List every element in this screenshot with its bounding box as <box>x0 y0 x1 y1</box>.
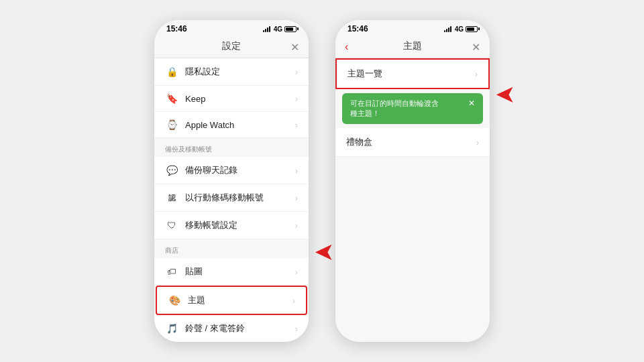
close-button-right[interactable]: ✕ <box>472 41 480 54</box>
gift-box-label: 禮物盒 <box>346 136 476 148</box>
ringtone-label: 鈴聲 / 來電答鈴 <box>185 322 295 335</box>
qr-label: 以行動條碼移動帳號 <box>185 192 295 204</box>
keep-label: Keep <box>185 94 295 104</box>
privacy-label: 隱私設定 <box>185 66 295 78</box>
item-qr-transfer[interactable]: 認 以行動條碼移動帳號 › <box>154 184 309 212</box>
qr-chevron: › <box>295 193 298 203</box>
move-account-icon: 🛡 <box>165 220 178 231</box>
apple-watch-icon: ⌚ <box>165 119 178 130</box>
theme-chevron: › <box>292 296 295 306</box>
toast-notification: 可在目訂的時間自動輪渡含種主題！ ✕ <box>342 93 483 124</box>
ringtone-icon: 🎵 <box>165 323 178 334</box>
status-bar-right: 15:46 4G <box>335 20 490 36</box>
keep-chevron: › <box>295 94 298 104</box>
close-button-left[interactable]: ✕ <box>290 41 299 54</box>
settings-list: 🔒 隱私設定 › 🔖 Keep › ⌚ Apple Watch › 備份及移動帳… <box>154 58 309 342</box>
move-account-chevron: › <box>295 221 298 231</box>
phone-right: 15:46 4G ‹ 主題 ✕ 主題一覽 <box>335 20 490 342</box>
shop-section-label: 商店 <box>154 239 309 258</box>
item-ringtone[interactable]: 🎵 鈴聲 / 來電答鈴 › <box>154 315 309 342</box>
battery-left <box>284 26 297 32</box>
signal-type-left: 4G <box>274 25 282 33</box>
backup-chat-chevron: › <box>295 166 298 176</box>
toast-text: 可在目訂的時間自動輪渡含種主題！ <box>350 99 464 119</box>
item-move-account[interactable]: 🛡 移動帳號設定 › <box>154 212 309 239</box>
phone-left: 15:46 4G 設定 ✕ <box>154 20 309 342</box>
theme-icon: 🎨 <box>168 295 181 306</box>
title-bar-left: 設定 ✕ <box>154 36 309 58</box>
keep-icon: 🔖 <box>165 93 178 104</box>
privacy-chevron: › <box>295 67 298 77</box>
toast-close-button[interactable]: ✕ <box>468 99 475 108</box>
backup-section-label: 備份及移動帳號 <box>154 138 309 157</box>
item-privacy[interactable]: 🔒 隱私設定 › <box>154 58 309 86</box>
qr-icon: 認 <box>165 193 178 203</box>
theme-label: 主題 <box>188 294 292 306</box>
item-apple-watch[interactable]: ⌚ Apple Watch › <box>154 112 309 138</box>
item-backup-chat[interactable]: 💬 備份聊天記錄 › <box>154 157 309 184</box>
backup-chat-label: 備份聊天記錄 <box>185 164 295 176</box>
status-bar-left: 15:46 4G <box>154 20 309 36</box>
settings-title: 設定 <box>222 40 241 51</box>
red-arrow-left: ➤ <box>315 241 333 263</box>
group-2: 💬 備份聊天記錄 › 認 以行動條碼移動帳號 › 🛡 移動帳號設定 › <box>154 157 309 239</box>
privacy-icon: 🔒 <box>165 66 178 77</box>
signal-type-right: 4G <box>455 25 464 33</box>
apple-watch-chevron: › <box>295 120 298 130</box>
item-stickers[interactable]: 🏷 貼圖 › <box>154 258 309 286</box>
ringtone-chevron: › <box>295 324 298 334</box>
stickers-chevron: › <box>295 267 298 277</box>
red-arrow-right: ➤ <box>496 84 514 105</box>
themes-title: 主題 <box>403 40 422 51</box>
signal-bars-right <box>444 25 451 32</box>
time-right: 15:46 <box>347 24 368 34</box>
item-keep[interactable]: 🔖 Keep › <box>154 86 309 112</box>
themes-list: 主題一覽 › 可在目訂的時間自動輪渡含種主題！ ✕ 禮物盒 › <box>335 58 490 342</box>
title-bar-right: ‹ 主題 ✕ <box>335 36 490 58</box>
signal-bars-left <box>263 25 270 32</box>
stickers-icon: 🏷 <box>165 266 178 277</box>
status-icons-right: 4G <box>444 25 478 33</box>
stickers-label: 貼圖 <box>185 265 295 278</box>
item-gift-box[interactable]: 禮物盒 › <box>335 128 490 157</box>
gift-box-chevron: › <box>476 137 479 147</box>
item-theme[interactable]: 🎨 主題 › <box>156 286 307 315</box>
move-account-label: 移動帳號設定 <box>185 219 295 231</box>
back-button-right[interactable]: ‹ <box>345 41 348 53</box>
time-left: 15:46 <box>166 24 187 34</box>
group-3: 🏷 貼圖 › 🎨 主題 › 🎵 鈴聲 / 來電答鈴 › 🕐 代幣 <box>154 258 309 342</box>
theme-overview-label: 主題一覽 <box>347 68 475 80</box>
item-theme-overview[interactable]: 主題一覽 › <box>335 58 490 89</box>
group-1: 🔒 隱私設定 › 🔖 Keep › ⌚ Apple Watch › <box>154 58 309 138</box>
battery-right <box>466 26 478 32</box>
apple-watch-label: Apple Watch <box>185 120 295 130</box>
theme-overview-chevron: › <box>475 69 478 79</box>
status-icons-left: 4G <box>263 25 297 33</box>
backup-chat-icon: 💬 <box>165 165 178 176</box>
